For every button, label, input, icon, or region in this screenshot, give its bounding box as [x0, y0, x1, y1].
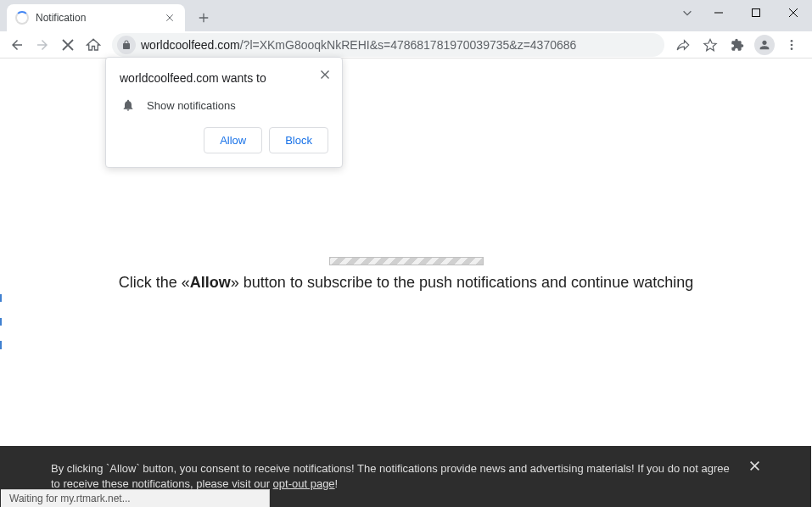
tab-strip: Notification [0, 0, 216, 31]
lock-icon [121, 40, 132, 50]
toolbar-right [671, 33, 807, 57]
permission-row: Show notifications [120, 98, 328, 112]
browser-tab[interactable]: Notification [7, 4, 185, 31]
tab-close-button[interactable] [163, 11, 176, 25]
maximize-button[interactable] [737, 0, 775, 25]
popup-title: worldcoolfeed.com wants to [120, 71, 328, 85]
window-controls [675, 0, 812, 25]
bookmark-button[interactable] [698, 33, 722, 57]
address-bar[interactable]: worldcoolfeed.com/?l=XKmG8ooqkNkREHI&s=4… [112, 33, 664, 57]
tab-title: Notification [36, 12, 163, 24]
bell-icon [121, 98, 135, 112]
new-tab-button[interactable] [192, 6, 216, 30]
loading-bar-icon [329, 257, 484, 265]
titlebar: Notification [0, 0, 812, 31]
avatar-icon [754, 35, 775, 55]
toolbar: worldcoolfeed.com/?l=XKmG8ooqkNkREHI&s=4… [0, 31, 812, 58]
share-button[interactable] [671, 33, 695, 57]
close-window-button[interactable] [775, 0, 812, 25]
url-text: worldcoolfeed.com/?l=XKmG8ooqkNkREHI&s=4… [141, 38, 576, 52]
home-button[interactable] [81, 33, 105, 57]
back-button[interactable] [5, 33, 29, 57]
permission-label: Show notifications [147, 99, 236, 112]
forward-button[interactable] [31, 33, 54, 57]
popup-close-button[interactable] [316, 66, 333, 83]
site-info-button[interactable] [117, 36, 136, 54]
svg-point-1 [791, 40, 793, 42]
page-message: Click the «Allow» button to subscribe to… [119, 274, 693, 292]
status-bar: Waiting for my.rtmark.net... [1, 489, 270, 507]
svg-point-2 [791, 43, 793, 46]
allow-button[interactable]: Allow [204, 127, 262, 153]
permission-popup: worldcoolfeed.com wants to Show notifica… [105, 57, 343, 168]
consent-text: By clicking `Allow` button, you consent … [51, 461, 732, 492]
popup-buttons: Allow Block [120, 127, 328, 153]
tab-search-button[interactable] [675, 0, 700, 25]
loading-spinner-icon [15, 11, 29, 25]
menu-button[interactable] [780, 33, 804, 57]
svg-point-3 [791, 47, 793, 50]
extensions-button[interactable] [725, 33, 749, 57]
minimize-button[interactable] [700, 0, 737, 25]
opt-out-link[interactable]: opt-out page [273, 477, 335, 490]
stop-button[interactable] [56, 33, 80, 57]
left-edge-decoration [0, 58, 2, 451]
profile-button[interactable] [753, 33, 776, 57]
block-button[interactable]: Block [269, 127, 328, 153]
svg-rect-0 [753, 9, 760, 17]
consent-close-button[interactable] [749, 458, 760, 476]
